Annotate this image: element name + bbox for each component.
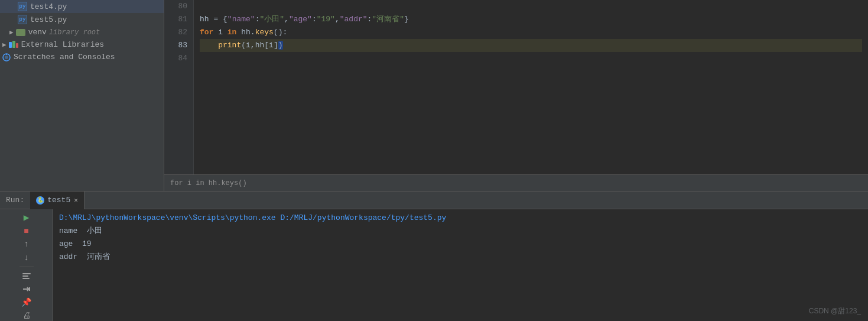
- sidebar-item-test5[interactable]: py test5.py: [0, 13, 164, 26]
- scroll-up-button[interactable]: ↑: [18, 239, 35, 249]
- line-num-81: 81: [164, 13, 187, 26]
- sidebar-item-venv[interactable]: ▶ venv library root: [0, 26, 164, 38]
- status-text: for i in hh.keys(): [170, 179, 247, 187]
- sidebar-label-ext-lib: External Libraries: [21, 40, 104, 49]
- code-line-83: print(i,hh[i]): [200, 39, 862, 52]
- stop-button[interactable]: ■: [18, 226, 35, 236]
- sidebar-item-scratches[interactable]: Scratches and Consoles: [0, 51, 164, 63]
- file-icon: py: [18, 2, 27, 11]
- pin-button[interactable]: 📌: [18, 297, 35, 307]
- svg-rect-0: [9, 42, 12, 48]
- sidebar-label-venv: venv: [28, 28, 47, 37]
- run-button[interactable]: ▶: [18, 212, 35, 223]
- chevron-right-icon: ▶: [9, 28, 14, 36]
- venv-folder-icon: [16, 29, 25, 36]
- svg-rect-1: [12, 41, 15, 48]
- run-label: Run:: [0, 196, 30, 205]
- code-line-84: [200, 52, 862, 65]
- output-line-addr: addr 河南省: [59, 251, 862, 264]
- sidebar: py test4.py py test5.py ▶ venv library r…: [0, 0, 164, 191]
- library-root-label: library root: [49, 28, 100, 37]
- code-panel: 80 81 82 83 84 hh = {"name":"小田","age":"…: [164, 0, 868, 174]
- line-num-80: 80: [164, 0, 187, 13]
- editor-area: 80 81 82 83 84 hh = {"name":"小田","age":"…: [164, 0, 868, 191]
- code-line-81: hh = {"name":"小田","age":"19","addr":"河南省…: [200, 13, 862, 26]
- svg-rect-8: [22, 278, 30, 279]
- line-num-82: 82: [164, 26, 187, 39]
- output-line-cmd: D:\MRLJ\pythonWorkspace\venv\Scripts\pyt…: [59, 212, 862, 225]
- run-panel: Run: 🐍 test5 ✕ ▶ ■ ↑ ↓: [0, 191, 868, 321]
- print-button[interactable]: 🖨: [18, 310, 35, 321]
- svg-rect-2: [16, 43, 18, 48]
- line-num-83: 83: [164, 39, 187, 52]
- format-icon: [22, 271, 31, 281]
- format-button[interactable]: [18, 271, 35, 281]
- run-tab-bar: Run: 🐍 test5 ✕: [0, 192, 868, 209]
- run-toolbar: ▶ ■ ↑ ↓: [0, 209, 53, 321]
- code-line-80: [200, 0, 862, 13]
- run-tab-test5[interactable]: 🐍 test5 ✕: [30, 192, 84, 209]
- line-num-84: 84: [164, 52, 187, 65]
- scroll-down-button[interactable]: ↓: [18, 252, 35, 263]
- file-icon: py: [18, 15, 27, 24]
- code-content[interactable]: hh = {"name":"小田","age":"19","addr":"河南省…: [194, 0, 868, 174]
- step-button[interactable]: [18, 284, 35, 294]
- line-numbers: 80 81 82 83 84: [164, 0, 194, 174]
- toolbar-separator: [19, 267, 34, 267]
- scratches-icon: [2, 53, 11, 61]
- code-line-82: for i in hh.keys():: [200, 26, 862, 39]
- sidebar-item-external-libraries[interactable]: ▶ External Libraries: [0, 38, 164, 51]
- sidebar-label-test5: test5.py: [30, 15, 67, 24]
- python-icon: 🐍: [36, 196, 44, 205]
- svg-point-4: [5, 56, 8, 59]
- step-icon: [22, 284, 31, 294]
- ext-lib-icon: [9, 41, 18, 49]
- output-line-name: name 小田: [59, 225, 862, 238]
- run-output: D:\MRLJ\pythonWorkspace\venv\Scripts\pyt…: [53, 209, 868, 321]
- sidebar-item-test4[interactable]: py test4.py: [0, 0, 164, 13]
- close-icon[interactable]: ✕: [74, 196, 78, 204]
- chevron-right-icon: ▶: [2, 41, 6, 48]
- svg-rect-6: [22, 273, 31, 274]
- watermark: CSDN @甜123_: [809, 306, 861, 316]
- run-content: ▶ ■ ↑ ↓: [0, 209, 868, 321]
- output-line-age: age 19: [59, 238, 862, 251]
- sidebar-label-test4: test4.py: [30, 2, 67, 11]
- editor-status-bar: for i in hh.keys(): [164, 174, 868, 191]
- sidebar-label-scratches: Scratches and Consoles: [14, 53, 115, 61]
- svg-rect-7: [22, 275, 28, 277]
- run-tab-name: test5: [47, 196, 70, 205]
